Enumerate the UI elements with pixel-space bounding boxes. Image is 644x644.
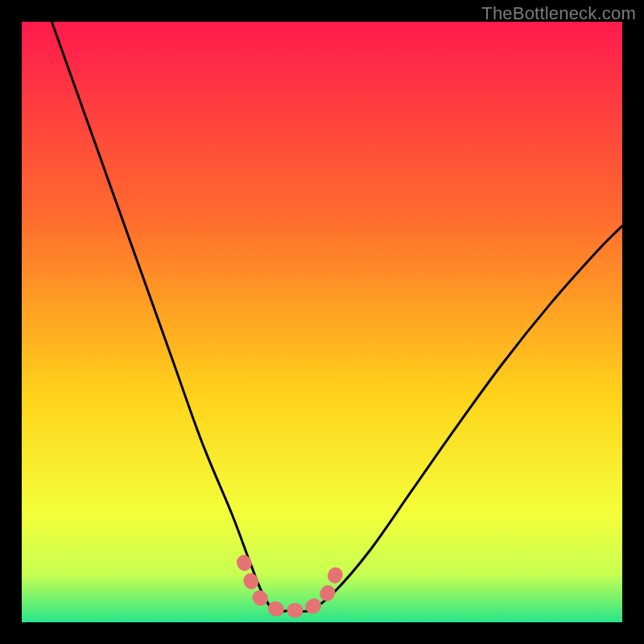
app-frame: TheBottleneck.com xyxy=(0,0,644,644)
chart-area xyxy=(22,22,622,622)
bottleneck-chart xyxy=(22,22,622,622)
gradient-background xyxy=(22,22,622,622)
watermark-label: TheBottleneck.com xyxy=(481,3,636,24)
